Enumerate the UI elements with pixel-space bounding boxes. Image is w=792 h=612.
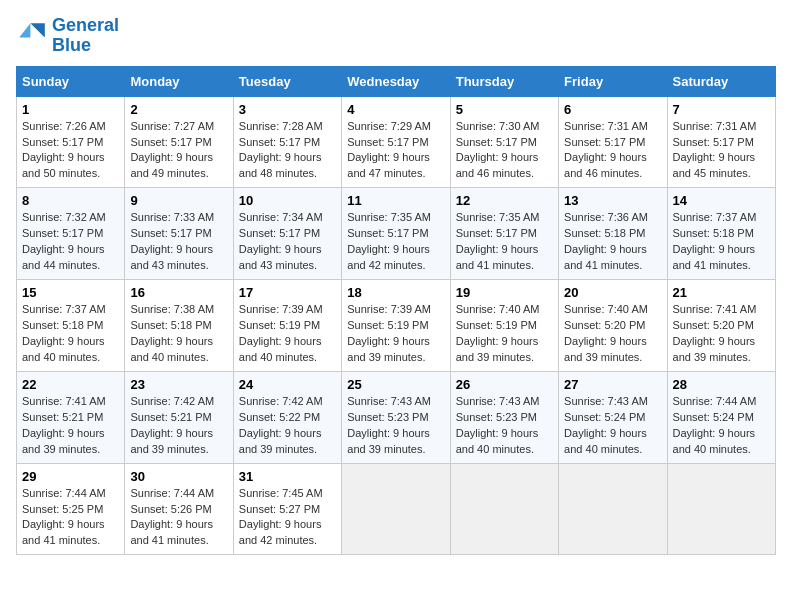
calendar-cell	[559, 463, 667, 555]
calendar-cell	[342, 463, 450, 555]
calendar-cell: 5Sunrise: 7:30 AMSunset: 5:17 PMDaylight…	[450, 96, 558, 188]
calendar-cell	[667, 463, 775, 555]
day-info: Sunrise: 7:37 AMSunset: 5:18 PMDaylight:…	[22, 302, 119, 366]
calendar-cell: 13Sunrise: 7:36 AMSunset: 5:18 PMDayligh…	[559, 188, 667, 280]
col-header-friday: Friday	[559, 66, 667, 96]
day-info: Sunrise: 7:40 AMSunset: 5:19 PMDaylight:…	[456, 302, 553, 366]
day-info: Sunrise: 7:40 AMSunset: 5:20 PMDaylight:…	[564, 302, 661, 366]
day-number: 23	[130, 377, 227, 392]
calendar-cell: 26Sunrise: 7:43 AMSunset: 5:23 PMDayligh…	[450, 371, 558, 463]
calendar-cell: 15Sunrise: 7:37 AMSunset: 5:18 PMDayligh…	[17, 280, 125, 372]
calendar-cell: 10Sunrise: 7:34 AMSunset: 5:17 PMDayligh…	[233, 188, 341, 280]
day-info: Sunrise: 7:39 AMSunset: 5:19 PMDaylight:…	[347, 302, 444, 366]
day-info: Sunrise: 7:32 AMSunset: 5:17 PMDaylight:…	[22, 210, 119, 274]
day-info: Sunrise: 7:43 AMSunset: 5:23 PMDaylight:…	[456, 394, 553, 458]
day-info: Sunrise: 7:45 AMSunset: 5:27 PMDaylight:…	[239, 486, 336, 550]
day-info: Sunrise: 7:42 AMSunset: 5:21 PMDaylight:…	[130, 394, 227, 458]
day-number: 8	[22, 193, 119, 208]
col-header-wednesday: Wednesday	[342, 66, 450, 96]
day-number: 24	[239, 377, 336, 392]
day-info: Sunrise: 7:35 AMSunset: 5:17 PMDaylight:…	[347, 210, 444, 274]
calendar-cell: 27Sunrise: 7:43 AMSunset: 5:24 PMDayligh…	[559, 371, 667, 463]
calendar-cell: 8Sunrise: 7:32 AMSunset: 5:17 PMDaylight…	[17, 188, 125, 280]
day-number: 12	[456, 193, 553, 208]
day-number: 3	[239, 102, 336, 117]
day-info: Sunrise: 7:35 AMSunset: 5:17 PMDaylight:…	[456, 210, 553, 274]
day-info: Sunrise: 7:31 AMSunset: 5:17 PMDaylight:…	[673, 119, 770, 183]
day-info: Sunrise: 7:30 AMSunset: 5:17 PMDaylight:…	[456, 119, 553, 183]
day-number: 28	[673, 377, 770, 392]
day-number: 14	[673, 193, 770, 208]
day-info: Sunrise: 7:29 AMSunset: 5:17 PMDaylight:…	[347, 119, 444, 183]
day-number: 15	[22, 285, 119, 300]
page-header: General Blue	[16, 16, 776, 56]
day-info: Sunrise: 7:37 AMSunset: 5:18 PMDaylight:…	[673, 210, 770, 274]
day-info: Sunrise: 7:42 AMSunset: 5:22 PMDaylight:…	[239, 394, 336, 458]
day-info: Sunrise: 7:38 AMSunset: 5:18 PMDaylight:…	[130, 302, 227, 366]
col-header-saturday: Saturday	[667, 66, 775, 96]
calendar-cell	[450, 463, 558, 555]
calendar-table: SundayMondayTuesdayWednesdayThursdayFrid…	[16, 66, 776, 556]
day-info: Sunrise: 7:26 AMSunset: 5:17 PMDaylight:…	[22, 119, 119, 183]
day-info: Sunrise: 7:43 AMSunset: 5:24 PMDaylight:…	[564, 394, 661, 458]
calendar-cell: 19Sunrise: 7:40 AMSunset: 5:19 PMDayligh…	[450, 280, 558, 372]
logo: General Blue	[16, 16, 119, 56]
day-info: Sunrise: 7:43 AMSunset: 5:23 PMDaylight:…	[347, 394, 444, 458]
day-info: Sunrise: 7:28 AMSunset: 5:17 PMDaylight:…	[239, 119, 336, 183]
calendar-cell: 16Sunrise: 7:38 AMSunset: 5:18 PMDayligh…	[125, 280, 233, 372]
day-number: 29	[22, 469, 119, 484]
calendar-cell: 6Sunrise: 7:31 AMSunset: 5:17 PMDaylight…	[559, 96, 667, 188]
calendar-cell: 29Sunrise: 7:44 AMSunset: 5:25 PMDayligh…	[17, 463, 125, 555]
day-number: 5	[456, 102, 553, 117]
day-number: 9	[130, 193, 227, 208]
day-number: 26	[456, 377, 553, 392]
svg-marker-1	[19, 23, 30, 37]
calendar-cell: 3Sunrise: 7:28 AMSunset: 5:17 PMDaylight…	[233, 96, 341, 188]
day-info: Sunrise: 7:27 AMSunset: 5:17 PMDaylight:…	[130, 119, 227, 183]
day-number: 20	[564, 285, 661, 300]
day-number: 27	[564, 377, 661, 392]
col-header-thursday: Thursday	[450, 66, 558, 96]
day-number: 4	[347, 102, 444, 117]
day-info: Sunrise: 7:33 AMSunset: 5:17 PMDaylight:…	[130, 210, 227, 274]
svg-marker-0	[30, 23, 44, 37]
calendar-cell: 14Sunrise: 7:37 AMSunset: 5:18 PMDayligh…	[667, 188, 775, 280]
day-number: 11	[347, 193, 444, 208]
day-number: 7	[673, 102, 770, 117]
day-number: 22	[22, 377, 119, 392]
day-info: Sunrise: 7:44 AMSunset: 5:25 PMDaylight:…	[22, 486, 119, 550]
day-number: 17	[239, 285, 336, 300]
calendar-cell: 25Sunrise: 7:43 AMSunset: 5:23 PMDayligh…	[342, 371, 450, 463]
calendar-cell: 11Sunrise: 7:35 AMSunset: 5:17 PMDayligh…	[342, 188, 450, 280]
day-number: 1	[22, 102, 119, 117]
col-header-sunday: Sunday	[17, 66, 125, 96]
day-number: 13	[564, 193, 661, 208]
day-number: 25	[347, 377, 444, 392]
day-number: 31	[239, 469, 336, 484]
calendar-cell: 4Sunrise: 7:29 AMSunset: 5:17 PMDaylight…	[342, 96, 450, 188]
day-info: Sunrise: 7:41 AMSunset: 5:21 PMDaylight:…	[22, 394, 119, 458]
day-info: Sunrise: 7:36 AMSunset: 5:18 PMDaylight:…	[564, 210, 661, 274]
col-header-monday: Monday	[125, 66, 233, 96]
day-info: Sunrise: 7:44 AMSunset: 5:24 PMDaylight:…	[673, 394, 770, 458]
col-header-tuesday: Tuesday	[233, 66, 341, 96]
calendar-cell: 1Sunrise: 7:26 AMSunset: 5:17 PMDaylight…	[17, 96, 125, 188]
day-number: 19	[456, 285, 553, 300]
day-info: Sunrise: 7:31 AMSunset: 5:17 PMDaylight:…	[564, 119, 661, 183]
calendar-cell: 7Sunrise: 7:31 AMSunset: 5:17 PMDaylight…	[667, 96, 775, 188]
day-number: 21	[673, 285, 770, 300]
calendar-cell: 17Sunrise: 7:39 AMSunset: 5:19 PMDayligh…	[233, 280, 341, 372]
calendar-cell: 30Sunrise: 7:44 AMSunset: 5:26 PMDayligh…	[125, 463, 233, 555]
calendar-cell: 31Sunrise: 7:45 AMSunset: 5:27 PMDayligh…	[233, 463, 341, 555]
logo-text: General Blue	[52, 16, 119, 56]
calendar-cell: 21Sunrise: 7:41 AMSunset: 5:20 PMDayligh…	[667, 280, 775, 372]
logo-icon	[16, 20, 48, 52]
day-number: 16	[130, 285, 227, 300]
calendar-cell: 20Sunrise: 7:40 AMSunset: 5:20 PMDayligh…	[559, 280, 667, 372]
day-number: 18	[347, 285, 444, 300]
day-info: Sunrise: 7:44 AMSunset: 5:26 PMDaylight:…	[130, 486, 227, 550]
day-number: 2	[130, 102, 227, 117]
calendar-cell: 18Sunrise: 7:39 AMSunset: 5:19 PMDayligh…	[342, 280, 450, 372]
day-info: Sunrise: 7:34 AMSunset: 5:17 PMDaylight:…	[239, 210, 336, 274]
calendar-cell: 23Sunrise: 7:42 AMSunset: 5:21 PMDayligh…	[125, 371, 233, 463]
